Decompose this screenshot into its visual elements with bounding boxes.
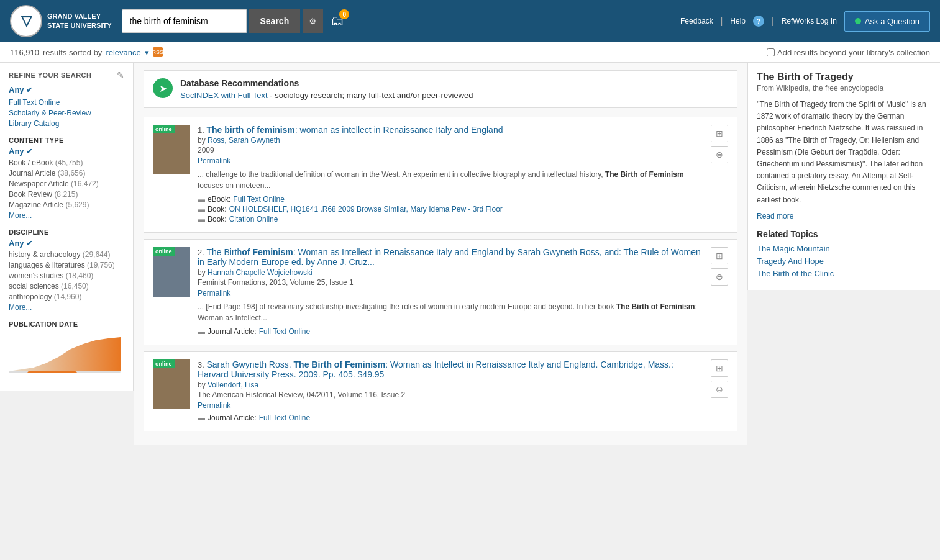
online-badge-3: online [153,359,175,368]
result-title-prefix-2: The Birth [206,247,242,257]
result-meta-author-3: by Vollendorf, Lisa [198,381,703,389]
book-link-1[interactable]: ON HOLDSHELF, HQ1641 .R68 2009 Browse Si… [229,205,503,214]
result-author-link-1[interactable]: Ross, Sarah Gwyneth [208,136,280,145]
sidebar-filter-peer-review[interactable]: Scholarly & Peer-Review [9,109,124,117]
result-permalink-1[interactable]: Permalink [198,156,230,165]
content-type-title: Content Type [9,137,124,144]
rss-icon[interactable]: RSS [153,47,163,57]
any-label[interactable]: Any ✔ [9,85,32,94]
db-rec-link-desc: - sociology research; many full-text and… [270,91,473,100]
discipline-more[interactable]: More... [9,303,124,312]
search-button[interactable]: Search [249,9,301,33]
result-meta-author-2: by Hannah Chapelle Wojciehowski [198,268,703,277]
read-more-link[interactable]: Read more [757,212,793,220]
full-text-link[interactable]: Full Text Online [9,98,60,107]
gear-icon: ⚙ [309,16,317,26]
related-link-birth-clinic[interactable]: The Birth of the Clinic [757,269,931,278]
divider2: | [772,16,774,26]
filter-anthropology[interactable]: anthropology (14,960) [9,292,124,301]
feedback-link[interactable]: Feedback [680,17,713,25]
result-item-1-inner: online 1. The birth of feminism: woman a… [153,125,728,225]
refworks-link[interactable]: RefWorks Log In [782,17,837,25]
library-catalog-link[interactable]: Library Catalog [9,119,59,128]
result-number-3: 3. [198,360,204,369]
result-title-link-3[interactable]: Sarah Gwyneth Ross. The Birth of Feminis… [198,359,673,379]
ebook-icon: ▬ [198,195,205,204]
journal-link-3[interactable]: Full Text Online [259,413,310,422]
result-content-2: 2. The Birthof Feminism: Woman as Intell… [198,247,703,337]
ebook-link-1[interactable]: Full Text Online [233,195,284,204]
filter-history[interactable]: history & archaeology (29,644) [9,250,124,259]
filter-journal-article[interactable]: Journal Article (38,656) [9,169,124,178]
sidebar-filter-full-text[interactable]: Full Text Online [9,98,124,107]
sort-arrow-icon: ▾ [145,48,149,57]
results-bar-right: Add results beyond your library's collec… [767,48,930,57]
journal-link-2[interactable]: Full Text Online [259,327,310,336]
filter-newspaper-article[interactable]: Newspaper Article (16,472) [9,179,124,188]
ask-question-button[interactable]: Ask a Question [844,11,930,32]
result-title-row-3: 3. Sarah Gwyneth Ross. The Birth of Femi… [198,359,703,379]
discipline-title: Discipline [9,228,124,236]
edit-icon[interactable]: ✎ [117,70,124,80]
result-number-2: 2. [198,248,204,257]
header-left: ▽ Grand Valley State University Search ⚙… [10,5,349,37]
beyond-collection-checkbox[interactable] [767,48,775,56]
beyond-collection-label[interactable]: Add results beyond your library's collec… [767,48,930,57]
result-thumb-3: online [153,359,190,423]
sidebar-header: Refine Your Search ✎ [9,70,124,80]
result-title-link-2[interactable]: The Birthof Feminism: Woman as Intellect… [198,247,701,267]
sort-by-link[interactable]: relevance [106,48,140,57]
result-format-book-1: ▬ Book: ON HOLDSHELF, HQ1641 .R68 2009 B… [198,205,703,214]
cart-icon[interactable]: 🗂 0 [326,9,349,33]
discipline-any[interactable]: Any ✔ [9,238,32,248]
filter-womens-studies[interactable]: women's studies (18,460) [9,271,124,280]
help-icon[interactable]: ? [753,16,764,27]
peer-review-link[interactable]: Scholarly & Peer-Review [9,109,91,117]
save-button-2[interactable]: ⊞ [711,247,728,264]
result-item-2: online 2. The Birthof Feminism: Woman as… [144,239,737,345]
result-format-citation-1: ▬ Book: Citation Online [198,215,703,224]
save-button-1[interactable]: ⊞ [711,125,728,142]
result-title-row-2: 2. The Birthof Feminism: Woman as Intell… [198,247,703,267]
search-input[interactable] [122,9,247,33]
cart-badge: 0 [339,9,349,19]
search-settings-button[interactable]: ⚙ [303,9,323,33]
share-button-3[interactable]: ⊜ [711,381,728,398]
filter-book-review[interactable]: Book Review (8,215) [9,190,124,199]
divider1: | [721,16,723,26]
result-title-row-1: 1. The birth of feminism: woman as intel… [198,125,703,135]
result-snippet-2: ... [End Page 198] of revisionary schola… [198,301,703,323]
filter-magazine-article[interactable]: Magazine Article (5,629) [9,201,124,209]
content-type-more[interactable]: More... [9,211,124,220]
save-button-3[interactable]: ⊞ [711,359,728,377]
result-format-journal-3: ▬ Journal Article: Full Text Online [198,413,703,422]
help-link[interactable]: Help [730,17,746,25]
related-link-tragedy-hope[interactable]: Tragedy And Hope [757,256,931,266]
right-panel: The Birth of Tragedy From Wikipedia, the… [747,63,940,290]
share-button-1[interactable]: ⊜ [711,146,728,163]
share-button-2[interactable]: ⊜ [711,268,728,286]
related-link-magic-mountain[interactable]: The Magic Mountain [757,244,931,253]
db-rec-link[interactable]: SocINDEX with Full Text [180,91,268,100]
result-author-link-3[interactable]: Vollendorf, Lisa [208,381,258,389]
filter-social-sciences[interactable]: social sciences (16,450) [9,282,124,291]
db-rec-title: Database Recommendations [180,78,473,88]
db-rec-desc: SocINDEX with Full Text - sociology rese… [180,91,473,100]
result-actions-1: ⊞ ⊜ [711,125,728,225]
result-permalink-3[interactable]: Permalink [198,401,230,410]
citation-link-1[interactable]: Citation Online [229,215,278,224]
wiki-text: ''The Birth of Tragedy from the Spirit o… [757,99,931,206]
content-type-any[interactable]: Any ✔ [9,147,32,156]
result-permalink-2[interactable]: Permalink [198,289,230,297]
result-format-journal-2: ▬ Journal Article: Full Text Online [198,327,703,336]
journal-icon-3: ▬ [198,413,205,422]
filter-languages[interactable]: languages & literatures (19,756) [9,261,124,269]
filter-book-ebook[interactable]: Book / eBook (45,755) [9,158,124,167]
result-title-link-1[interactable]: The birth of feminism: woman as intellec… [206,125,503,135]
result-item-2-inner: online 2. The Birthof Feminism: Woman as… [153,247,728,337]
results-count-area: 116,910 results sorted by relevance ▾ RS… [10,47,163,57]
result-item-1: online 1. The birth of feminism: woman a… [144,117,737,233]
sidebar-filter-library-catalog[interactable]: Library Catalog [9,119,124,128]
result-item-3-inner: online 3. Sarah Gwyneth Ross. The Birth … [153,359,728,423]
result-author-link-2[interactable]: Hannah Chapelle Wojciehowski [208,268,313,277]
